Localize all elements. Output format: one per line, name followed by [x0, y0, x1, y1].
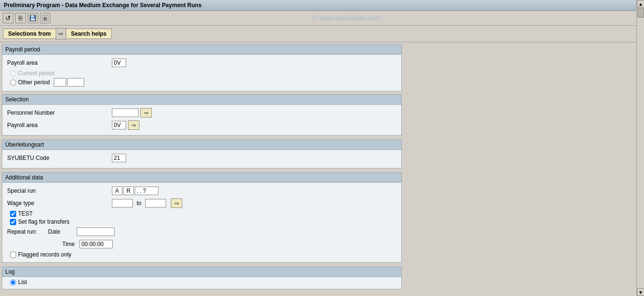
other-period-radio[interactable]: [10, 79, 16, 86]
search-helps-button[interactable]: Search helps: [66, 29, 112, 39]
scroll-up-button[interactable]: ▲: [637, 0, 644, 8]
toolbar: ↺ ⎘ ⊞ © www.tutorialkart.com: [0, 11, 644, 26]
personnel-number-label: Personnel Number: [7, 109, 112, 116]
log-list-radio[interactable]: [10, 279, 16, 286]
payroll-period-body: Payroll area Current period Other period: [2, 55, 401, 91]
scrollbar[interactable]: ▲ ▼: [636, 0, 644, 296]
special-run-input1[interactable]: [112, 187, 122, 195]
selection-payroll-area-label: Payroll area: [7, 122, 112, 128]
selection-header: Selection: [2, 95, 401, 105]
additional-data-header: Additional data: [2, 173, 401, 183]
log-list-row: List: [10, 279, 396, 286]
selection-body: Personnel Number ⇨ Payroll area ⇨: [2, 105, 401, 135]
current-period-label: Current period: [18, 70, 55, 77]
scroll-thumb[interactable]: [637, 8, 644, 18]
svg-rect-1: [31, 15, 34, 18]
forward-icon[interactable]: ⎘: [15, 13, 26, 23]
window-title: Preliminary Program - Data Medium Exchan…: [4, 2, 201, 9]
wage-type-group: to ⇨: [112, 198, 182, 208]
log-header: Log: [2, 267, 401, 277]
log-list-label: List: [18, 279, 27, 286]
svg-text:⊞: ⊞: [43, 16, 47, 21]
personnel-number-arrow-button[interactable]: ⇨: [140, 108, 152, 118]
uberleitungsart-section: Überleitungsart SYUBETU Code: [2, 139, 402, 168]
wage-type-to-label: to: [137, 200, 141, 207]
wage-type-row: Wage type to ⇨: [7, 198, 396, 208]
other-period-label: Other period: [18, 79, 50, 86]
syubetu-label: SYUBETU Code: [7, 155, 112, 161]
flagged-records-label: Flagged records only: [18, 251, 71, 258]
personnel-number-row: Personnel Number ⇨: [7, 108, 396, 118]
flagged-records-row: Flagged records only: [10, 251, 396, 258]
other-period-row: Other period: [10, 78, 396, 87]
set-flag-checkbox[interactable]: [10, 219, 16, 225]
syubetu-row: SYUBETU Code: [7, 153, 396, 163]
payroll-area-input[interactable]: [112, 59, 126, 67]
date-sublabel: Date: [48, 228, 77, 235]
current-period-radio[interactable]: [10, 70, 16, 77]
set-flag-label: Set flag for transfers: [18, 218, 69, 225]
title-bar: Preliminary Program - Data Medium Exchan…: [0, 0, 644, 11]
additional-data-body: Special run Wage type to ⇨: [2, 183, 401, 262]
current-period-row: Current period: [10, 70, 396, 77]
main-content: Payroll period Payroll area Current peri…: [0, 42, 644, 296]
time-row: Time: [7, 239, 396, 249]
special-run-dots-input[interactable]: [135, 187, 159, 195]
wage-type-arrow-button[interactable]: ⇨: [171, 198, 182, 208]
special-run-input2[interactable]: [123, 187, 134, 195]
syubetu-input[interactable]: [112, 154, 126, 162]
test-checkbox[interactable]: [10, 211, 16, 217]
uberleitungsart-header: Überleitungsart: [2, 140, 401, 150]
log-body: List: [2, 277, 401, 289]
other-period-input2[interactable]: [67, 78, 84, 87]
additional-data-section: Additional data Special run Wage type to: [2, 172, 402, 263]
save-icon[interactable]: [28, 13, 38, 23]
time-input[interactable]: [79, 240, 113, 248]
payroll-area-row: Payroll area: [7, 58, 396, 68]
log-section: Log List: [2, 266, 402, 289]
payroll-area-label: Payroll area: [7, 59, 112, 66]
payroll-period-header: Payroll period: [2, 45, 401, 55]
wage-type-input-to[interactable]: [145, 199, 166, 207]
flagged-records-checkbox[interactable]: [10, 252, 16, 258]
svg-rect-2: [31, 19, 35, 20]
selection-payroll-area-input[interactable]: [112, 121, 126, 129]
selections-from-button[interactable]: Selections from: [3, 29, 56, 39]
test-row: TEST: [10, 210, 396, 217]
wage-type-input-from[interactable]: [112, 199, 133, 207]
payroll-area-arrow-button[interactable]: ⇨: [128, 120, 139, 130]
date-input[interactable]: [77, 227, 115, 236]
special-run-row: Special run: [7, 186, 396, 196]
special-run-group: [112, 187, 159, 195]
test-label: TEST: [18, 210, 33, 217]
selections-arrow-icon[interactable]: ⇨: [56, 28, 66, 39]
personnel-number-input[interactable]: [112, 109, 139, 117]
repeat-run-label: Repeat run:: [7, 228, 45, 235]
selection-payroll-area-row: Payroll area ⇨: [7, 120, 396, 130]
time-label: Time: [7, 241, 77, 247]
watermark: © www.tutorialkart.com: [52, 14, 641, 22]
button-bar: Selections from ⇨ Search helps: [0, 26, 644, 42]
set-flag-row: Set flag for transfers: [10, 218, 396, 225]
uberleitungsart-body: SYUBETU Code: [2, 150, 401, 168]
other-period-input1[interactable]: [54, 78, 66, 87]
repeat-run-row: Repeat run: Date: [7, 227, 396, 237]
scroll-down-button[interactable]: ▼: [637, 288, 644, 296]
back-icon[interactable]: ↺: [3, 13, 13, 23]
wage-type-label: Wage type: [7, 200, 112, 207]
payroll-period-section: Payroll period Payroll area Current peri…: [2, 44, 402, 91]
selection-section: Selection Personnel Number ⇨ Payroll are…: [2, 94, 402, 136]
special-run-label: Special run: [7, 187, 112, 194]
execute-icon[interactable]: ⊞: [40, 13, 50, 23]
